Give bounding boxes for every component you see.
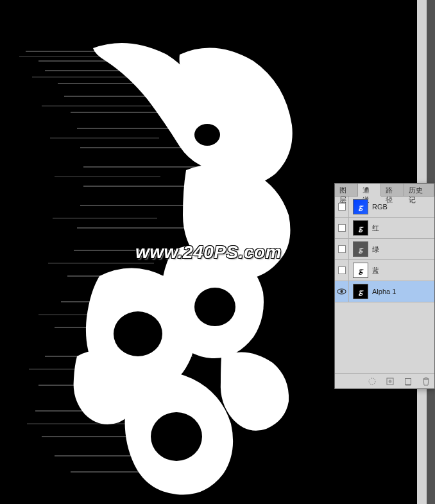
- svg-point-36: [194, 288, 235, 326]
- visibility-toggle[interactable]: [335, 196, 349, 217]
- channel-thumbnail: ᵹ: [353, 220, 368, 236]
- svg-point-38: [151, 412, 202, 461]
- channel-name-label: Alpha 1: [372, 288, 434, 295]
- channel-thumbnail: ᵹ: [353, 199, 368, 214]
- visibility-toggle[interactable]: [335, 218, 349, 238]
- panel-footer: [335, 373, 434, 388]
- svg-point-40: [340, 290, 343, 293]
- svg-point-41: [369, 378, 375, 385]
- svg-point-43: [389, 379, 392, 383]
- visibility-checkbox-icon: [338, 203, 346, 211]
- channel-row-green[interactable]: ᵹ 绿: [335, 239, 434, 260]
- tab-paths[interactable]: 路径: [381, 184, 404, 196]
- new-channel-icon[interactable]: [402, 376, 414, 387]
- tab-channels[interactable]: 通道: [358, 184, 381, 196]
- tab-history[interactable]: 历史记: [404, 184, 434, 196]
- channel-list-empty-area: [335, 302, 434, 373]
- channel-thumbnail: ᵹ: [353, 241, 368, 257]
- visibility-checkbox-icon: [338, 224, 346, 232]
- eye-icon: [337, 288, 346, 295]
- channel-thumbnail: ᵹ: [353, 263, 368, 278]
- delete-channel-icon[interactable]: [420, 376, 432, 387]
- channel-name-label: RGB: [372, 203, 434, 211]
- visibility-checkbox-icon: [338, 245, 346, 253]
- save-selection-icon[interactable]: [384, 376, 396, 387]
- visibility-checkbox-icon: [338, 266, 346, 274]
- visibility-toggle[interactable]: [335, 281, 349, 302]
- channel-name-label: 蓝: [372, 266, 434, 275]
- visibility-toggle[interactable]: [335, 239, 349, 259]
- svg-point-33: [194, 124, 220, 146]
- channels-panel: 图层 通道 路径 历史记 ᵹ RGB ᵹ 红 ᵹ 绿: [334, 183, 435, 389]
- svg-point-37: [114, 311, 162, 356]
- channel-name-label: 红: [372, 223, 434, 233]
- tab-layers[interactable]: 图层: [335, 184, 358, 196]
- panel-tabs: 图层 通道 路径 历史记: [335, 184, 434, 196]
- channel-row-blue[interactable]: ᵹ 蓝: [335, 260, 434, 281]
- watermark-text: www.240PS.com: [135, 242, 282, 263]
- channel-row-rgb[interactable]: ᵹ RGB: [335, 196, 434, 218]
- svg-rect-44: [405, 378, 411, 384]
- channel-thumbnail: ᵹ: [353, 284, 368, 299]
- load-selection-icon[interactable]: [366, 376, 378, 387]
- visibility-toggle[interactable]: [335, 260, 349, 281]
- channel-name-label: 绿: [372, 245, 434, 254]
- channel-row-red[interactable]: ᵹ 红: [335, 218, 434, 239]
- channel-list: ᵹ RGB ᵹ 红 ᵹ 绿 ᵹ 蓝: [335, 196, 434, 373]
- channel-row-alpha1[interactable]: ᵹ Alpha 1: [335, 281, 434, 302]
